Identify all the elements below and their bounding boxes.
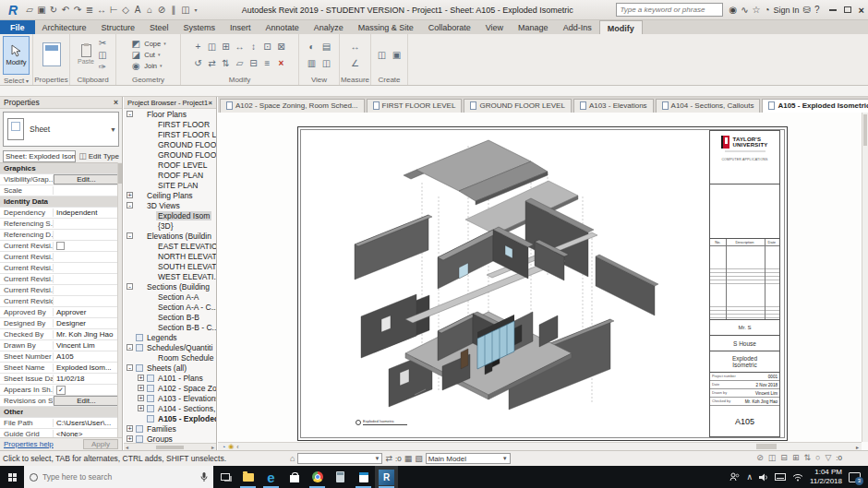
interference-icon[interactable]: ⊞ xyxy=(792,453,800,462)
tree-item[interactable]: + Families xyxy=(124,423,216,434)
calculator-button[interactable] xyxy=(329,466,352,488)
ribbon-tab[interactable]: Steel xyxy=(142,20,176,34)
tree-item[interactable]: Exploded Isom xyxy=(124,210,216,220)
ribbon-tab[interactable]: Manage xyxy=(511,20,556,34)
editing-requests-icon[interactable]: ⇄ xyxy=(385,454,392,463)
instance-selector[interactable]: Sheet: Exploded Isom▼ xyxy=(3,150,76,162)
tree-item[interactable]: + A104 - Sections, C xyxy=(124,403,216,413)
tree-expander-icon[interactable] xyxy=(138,222,144,229)
properties-close-icon[interactable]: × xyxy=(114,98,118,107)
tree-item[interactable]: GROUND FLOO... xyxy=(124,149,216,160)
taskbar-search-input[interactable] xyxy=(42,472,196,482)
close-button[interactable]: × xyxy=(859,5,864,16)
home-icon[interactable]: ⌂ xyxy=(290,454,295,463)
tree-item[interactable]: - Sections (Building xyxy=(124,281,216,292)
wifi-icon[interactable] xyxy=(792,473,803,482)
help-search-box[interactable] xyxy=(616,3,723,17)
offset-icon[interactable]: ↔ xyxy=(235,42,246,52)
tree-item[interactable]: + A101 - Plans xyxy=(124,373,216,383)
tree-item[interactable]: Legends xyxy=(124,332,216,342)
match-icon[interactable]: ≡ xyxy=(262,58,273,68)
ribbon-tab[interactable]: File xyxy=(0,20,35,34)
tree-expander-icon[interactable]: - xyxy=(127,111,133,117)
tree-item[interactable]: + Ceiling Plans xyxy=(124,190,216,200)
ribbon-tab[interactable]: Insert xyxy=(223,20,259,34)
document-tab[interactable]: A102 - Space Zoning, Room Sched... xyxy=(220,99,365,113)
tree-expander-icon[interactable] xyxy=(138,151,144,158)
measure-icon[interactable]: ↔ xyxy=(96,5,107,15)
browser-hscrollbar[interactable]: ◂▸ xyxy=(124,443,216,450)
tree-item[interactable]: - Schedules/Quantiti xyxy=(124,342,216,352)
reveal-icon[interactable]: ▤ xyxy=(321,42,332,52)
worksets-icon[interactable]: ⊘ xyxy=(756,453,764,462)
tree-item[interactable]: - Floor Plans xyxy=(124,109,216,119)
document-tab[interactable]: FIRST FLOOR LEVEL xyxy=(367,99,463,113)
trim-icon[interactable]: ⇄ xyxy=(207,58,218,68)
tree-item[interactable]: WEST ELEVATI... xyxy=(124,271,216,281)
property-row[interactable]: Referencing D... xyxy=(0,230,122,241)
property-row[interactable]: Current Revision xyxy=(0,296,122,307)
tree-expander-icon[interactable] xyxy=(138,121,144,127)
people-icon[interactable] xyxy=(729,472,740,482)
property-row[interactable]: Guide Grid <None> xyxy=(0,429,122,437)
apply-button[interactable]: Apply xyxy=(83,439,118,449)
type-selector[interactable]: Sheet ▼ xyxy=(3,112,119,147)
taskbar-clock[interactable]: 1:04 PM 11/2/2018 xyxy=(810,468,842,485)
property-row[interactable]: Current Revisi... xyxy=(0,241,122,252)
tree-expander-icon[interactable]: - xyxy=(127,283,133,290)
tree-expander-icon[interactable]: - xyxy=(127,202,133,208)
active-workset-select[interactable]: ▼ xyxy=(297,453,382,464)
window-icon[interactable]: ◫ xyxy=(321,58,332,68)
angle-icon[interactable]: ∠ xyxy=(350,58,361,68)
tree-expander-icon[interactable] xyxy=(138,141,144,148)
pin-icon[interactable]: ⊠ xyxy=(276,42,287,52)
match-type-icon[interactable]: ✑ xyxy=(97,62,108,72)
type-selector-dropdown-icon[interactable]: ▼ xyxy=(110,126,116,133)
dimension-icon[interactable]: ⊢ xyxy=(108,5,119,15)
canvas-hscrollbar[interactable] xyxy=(243,443,853,450)
ribbon-tab[interactable]: Analyze xyxy=(307,20,351,34)
ribbon-tab[interactable]: Annotate xyxy=(259,20,307,34)
ribbon-tab[interactable]: Structure xyxy=(94,20,143,34)
property-row[interactable]: Checked By Mr. Koh Jing Hao xyxy=(0,329,122,340)
tree-expander-icon[interactable] xyxy=(138,304,144,310)
tree-item[interactable]: Section B-B xyxy=(124,312,216,322)
select-panel-label[interactable]: Select xyxy=(4,77,24,85)
tree-expander-icon[interactable] xyxy=(138,253,144,259)
mirror-icon[interactable]: ⊞ xyxy=(221,42,232,52)
edit-type-button[interactable]: ◫Edit Type xyxy=(78,151,119,161)
measure-line-icon[interactable]: ↔ xyxy=(350,42,361,52)
property-row[interactable]: Graphics xyxy=(0,163,122,174)
visual-style-icon[interactable]: ◉ xyxy=(228,443,234,450)
move-icon[interactable]: + xyxy=(193,42,204,52)
tree-item[interactable]: Room Schedule xyxy=(124,352,216,363)
favorites-star-icon[interactable]: ☆ xyxy=(753,5,761,15)
ribbon-tab[interactable]: Add-Ins xyxy=(556,20,599,34)
redo-icon[interactable]: ↷ xyxy=(72,5,83,15)
graphics-icon[interactable]: ▥ xyxy=(307,58,318,68)
minimize-button[interactable] xyxy=(829,9,837,11)
property-row[interactable]: Sheet Number A105 xyxy=(0,351,122,363)
array-icon[interactable]: ⇅ xyxy=(221,58,232,68)
filter-icon[interactable]: ▽ xyxy=(825,453,831,462)
ribbon-tab[interactable]: Systems xyxy=(176,20,223,34)
align-icon[interactable]: ⊡ xyxy=(262,42,273,52)
tree-item[interactable]: {3D} xyxy=(124,220,216,231)
property-row[interactable]: Drawn By Vincent Lim xyxy=(0,340,122,351)
property-row[interactable]: Current Revisi... xyxy=(0,285,122,296)
hide-icon[interactable]: ◐ xyxy=(307,42,318,52)
split-icon[interactable]: ↕ xyxy=(248,42,259,52)
tree-expander-icon[interactable] xyxy=(138,273,144,280)
design-options-icon[interactable]: ◫ xyxy=(768,453,777,462)
user-icon[interactable]: ◔ xyxy=(765,5,770,15)
scale-icon[interactable]: ▱ xyxy=(235,58,246,68)
tree-item[interactable]: - Elevations (Buildin xyxy=(124,231,216,241)
tree-expander-icon[interactable] xyxy=(127,334,133,340)
worksharing-display-icon[interactable]: ▦ xyxy=(404,454,413,463)
scroll-left-icon[interactable]: ‹ xyxy=(236,444,238,450)
tree-expander-icon[interactable] xyxy=(138,263,144,269)
ribbon-tab[interactable]: Modify xyxy=(599,20,643,34)
tree-expander-icon[interactable]: - xyxy=(127,344,133,351)
default-3d-view-icon[interactable]: ⌂ xyxy=(144,5,155,15)
tree-item[interactable]: SOUTH ELEVAT... xyxy=(124,261,216,271)
